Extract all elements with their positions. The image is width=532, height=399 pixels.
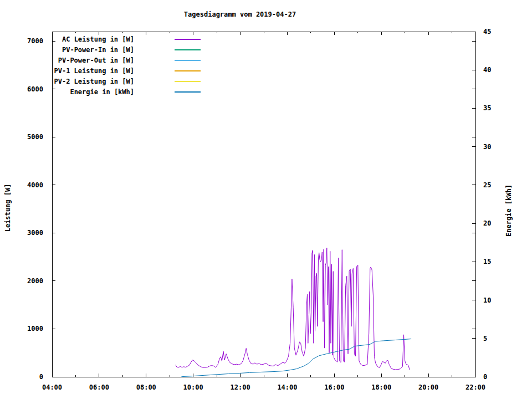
chart-page: Tagesdiagramm vom 2019-04-27 Leistung [W… [0,0,532,399]
x-tick-label: 22:00 [466,383,485,391]
legend-label: PV-Power-Out in [W] [58,57,134,64]
y-right-tick-label: 30 [483,143,491,151]
chart-title: Tagesdiagramm vom 2019-04-27 [184,11,296,18]
y-left-axis-title: Leistung [W] [4,184,12,232]
series-ac-leistung-in-w [176,248,410,370]
y-right-tick-label: 15 [483,258,491,265]
x-tick-label: 18:00 [371,383,391,391]
legend-entry-pv-power-out-in-w: PV-Power-Out in [W] [58,57,201,64]
legend-entry-pv-power-in-in-w: PV-Power-In in [W] [62,46,201,54]
y-left-tick-label: 0 [39,373,43,381]
y-left-tick-label: 1000 [27,325,43,332]
y-right-tick-label: 5 [483,335,487,342]
y-right-tick-label: 45 [483,28,491,35]
legend-label: PV-2 Leistung in [W] [54,78,135,85]
x-tick-label: 08:00 [136,383,156,391]
y-left-tick-label: 4000 [27,181,43,189]
legend-entry-ac-leistung-in-w: AC Leistung in [W] [62,35,201,43]
y-left-tick-label: 6000 [27,85,43,93]
legend-label: PV-1 Leistung in [W] [54,67,135,75]
x-tick-label: 16:00 [324,383,344,391]
legend-label: PV-Power-In in [W] [62,46,134,54]
y-right-tick-label: 40 [483,66,491,74]
y-left-tick-label: 5000 [27,133,43,141]
y-right-tick-label: 10 [483,296,491,304]
y-left-tick-label: 7000 [27,37,43,45]
series-energie-in-kwh [181,339,411,377]
x-tick-label: 20:00 [418,383,438,391]
plot-area: 04:0006:0008:0010:0012:0014:0016:0018:00… [27,28,491,391]
legend-entry-pv-1-leistung-in-w: PV-1 Leistung in [W] [54,67,201,75]
legend-label: AC Leistung in [W] [62,35,134,43]
y-right-tick-label: 20 [483,219,491,227]
x-tick-label: 04:00 [42,383,62,391]
day-diagram-chart: Tagesdiagramm vom 2019-04-27 Leistung [W… [0,0,532,399]
y-left-tick-label: 3000 [27,229,43,237]
y-right-tick-label: 25 [483,181,491,189]
legend-entry-energie-in-kwh: Energie in [kWh] [70,88,201,96]
y-left-tick-label: 2000 [27,277,43,285]
x-tick-label: 06:00 [89,383,109,391]
legend: AC Leistung in [W]PV-Power-In in [W]PV-P… [54,35,201,96]
y-right-axis-title: Energie [kWh] [505,185,513,237]
x-tick-label: 10:00 [183,383,203,391]
legend-entry-pv-2-leistung-in-w: PV-2 Leistung in [W] [54,78,201,85]
legend-label: Energie in [kWh] [70,88,134,96]
x-tick-label: 12:00 [230,383,250,391]
y-right-tick-label: 35 [483,104,491,112]
y-right-tick-label: 0 [483,373,487,381]
x-tick-label: 14:00 [277,383,297,391]
